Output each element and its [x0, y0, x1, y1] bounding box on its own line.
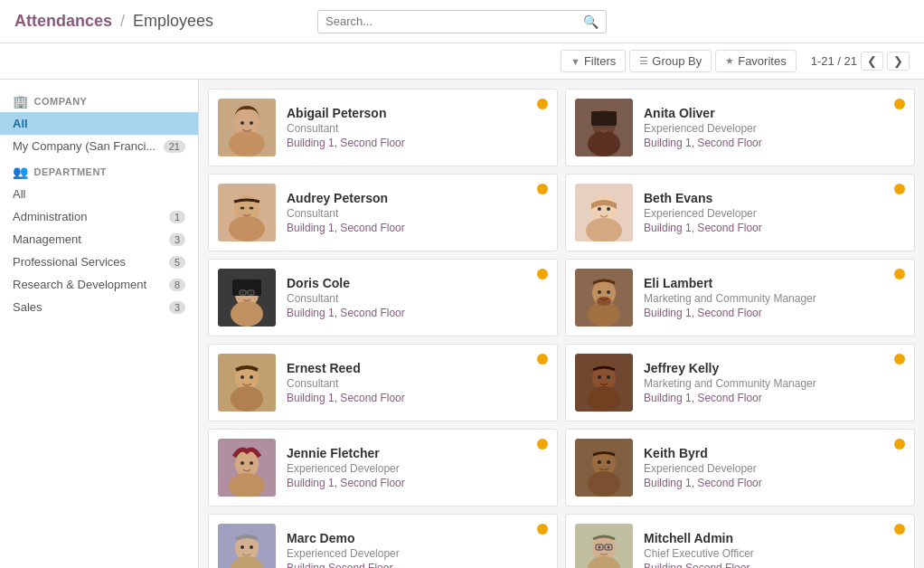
employee-name: Beth Evans — [644, 191, 905, 205]
my-company-label: My Company (San Franci... — [13, 139, 156, 153]
avatar — [218, 184, 276, 241]
employee-card[interactable]: Marc Demo Experienced Developer Building… — [208, 514, 558, 568]
svg-point-14 — [240, 207, 245, 210]
sidebar-item-my-company[interactable]: My Company (San Franci... 21 — [0, 135, 198, 157]
filter-icon: ▼ — [570, 56, 580, 67]
sidebar-item-department-all[interactable]: All — [0, 183, 198, 205]
app-name[interactable]: Attendances — [14, 12, 112, 30]
company-section-label: 🏢 COMPANY — [0, 87, 198, 112]
employee-info: Eli Lambert Marketing and Community Mana… — [644, 276, 905, 319]
svg-point-50 — [250, 461, 253, 465]
sidebar-item-management[interactable]: Management 3 — [0, 228, 198, 251]
sidebar-item-sales[interactable]: Sales 3 — [0, 296, 198, 318]
search-input[interactable] — [325, 14, 583, 28]
employee-title: Consultant — [287, 122, 548, 135]
employee-card[interactable]: Ernest Reed Consultant Building 1, Secon… — [208, 344, 558, 421]
employee-info: Keith Byrd Experienced Developer Buildin… — [644, 446, 905, 489]
employee-name: Mitchell Admin — [644, 531, 905, 545]
administration-count: 1 — [169, 211, 185, 223]
filters-label: Filters — [584, 54, 616, 68]
employee-card[interactable]: Beth Evans Experienced Developer Buildin… — [565, 174, 915, 251]
avatar — [575, 439, 633, 497]
svg-point-20 — [607, 207, 610, 211]
svg-point-35 — [597, 297, 611, 306]
filters-button[interactable]: ▼ Filters — [561, 50, 626, 72]
employee-title: Experienced Developer — [287, 547, 548, 560]
sidebar-item-professional-services[interactable]: Professional Services 5 — [0, 251, 198, 273]
pagination-text: 1-21 / 21 — [811, 54, 857, 68]
status-dot — [894, 439, 905, 450]
employee-card[interactable]: Keith Byrd Experienced Developer Buildin… — [565, 429, 915, 506]
employee-card[interactable]: Mitchell Admin Chief Executive Officer B… — [565, 514, 915, 568]
svg-point-28 — [241, 291, 244, 294]
employee-location: Building Second Floor — [644, 562, 905, 568]
prev-page-button[interactable]: ❮ — [861, 52, 883, 71]
employee-title: Experienced Developer — [644, 207, 905, 220]
svg-point-45 — [607, 375, 610, 379]
company-section-text: COMPANY — [34, 96, 88, 107]
svg-point-19 — [598, 207, 601, 211]
employee-info: Jeffrey Kelly Marketing and Community Ma… — [644, 361, 905, 404]
my-company-count: 21 — [164, 140, 185, 153]
svg-point-49 — [240, 461, 244, 465]
status-dot — [537, 524, 548, 535]
svg-point-53 — [588, 471, 620, 497]
svg-point-29 — [250, 291, 252, 294]
employee-name: Ernest Reed — [287, 361, 548, 375]
employee-info: Jennie Fletcher Experienced Developer Bu… — [287, 446, 548, 489]
search-bar[interactable]: 🔍 — [317, 10, 607, 33]
employee-name: Abigail Peterson — [287, 106, 548, 120]
employee-info: Anita Oliver Experienced Developer Build… — [644, 106, 905, 149]
management-count: 3 — [169, 233, 185, 246]
professional-services-label: Professional Services — [13, 255, 126, 269]
avatar — [575, 184, 633, 241]
svg-point-43 — [588, 386, 620, 412]
employee-location: Building 1, Second Floor — [644, 307, 905, 319]
avatar — [218, 439, 276, 497]
groupby-button[interactable]: ☰ Group By — [629, 50, 712, 72]
breadcrumb: Attendances / Employees — [14, 12, 213, 31]
employee-card[interactable]: Jennie Fletcher Experienced Developer Bu… — [208, 429, 558, 506]
employee-card[interactable]: Jeffrey Kelly Marketing and Community Ma… — [565, 344, 915, 421]
avatar — [575, 99, 633, 156]
building-icon: 🏢 — [13, 94, 29, 109]
department-section-label: 👥 DEPARTMENT — [0, 157, 198, 183]
svg-point-68 — [608, 546, 610, 549]
employee-title: Consultant — [287, 377, 548, 390]
svg-point-67 — [599, 546, 601, 549]
employee-info: Beth Evans Experienced Developer Buildin… — [644, 191, 905, 234]
employee-name: Jeffrey Kelly — [644, 361, 905, 375]
employee-card[interactable]: Audrey Peterson Consultant Building 1, S… — [208, 174, 558, 251]
employee-info: Mitchell Admin Chief Executive Officer B… — [644, 531, 905, 568]
company-all-label: All — [13, 117, 28, 130]
employee-card[interactable]: Anita Oliver Experienced Developer Build… — [565, 89, 915, 166]
employee-location: Building 1, Second Floor — [287, 477, 548, 489]
sidebar-item-administration[interactable]: Administration 1 — [0, 205, 198, 228]
next-page-button[interactable]: ❯ — [887, 52, 910, 71]
svg-point-60 — [250, 545, 253, 549]
employee-name: Keith Byrd — [644, 446, 905, 460]
avatar — [575, 354, 633, 412]
sidebar-item-company-all[interactable]: All — [0, 112, 198, 135]
search-icon: 🔍 — [583, 14, 599, 29]
avatar — [218, 99, 276, 156]
professional-services-count: 5 — [169, 256, 185, 269]
employee-info: Doris Cole Consultant Building 1, Second… — [287, 276, 548, 319]
status-dot — [537, 439, 548, 450]
employee-location: Building 1, Second Floor — [644, 477, 905, 489]
star-icon: ★ — [725, 55, 734, 67]
content-area: Abigail Peterson Consultant Building 1, … — [199, 80, 924, 568]
employee-name: Marc Demo — [287, 531, 548, 545]
employee-card[interactable]: Abigail Peterson Consultant Building 1, … — [208, 89, 558, 166]
status-dot — [537, 99, 548, 109]
avatar — [575, 524, 633, 568]
employee-card[interactable]: Doris Cole Consultant Building 1, Second… — [208, 259, 558, 336]
administration-label: Administration — [13, 210, 87, 223]
sidebar-item-research-development[interactable]: Research & Development 8 — [0, 273, 198, 296]
employee-name: Audrey Peterson — [287, 191, 548, 205]
employee-title: Marketing and Community Manager — [644, 292, 905, 305]
svg-point-3 — [240, 121, 244, 125]
main-layout: 🏢 COMPANY All My Company (San Franci... … — [0, 80, 924, 568]
employee-card[interactable]: Eli Lambert Marketing and Community Mana… — [565, 259, 915, 336]
favorites-button[interactable]: ★ Favorites — [715, 50, 796, 72]
